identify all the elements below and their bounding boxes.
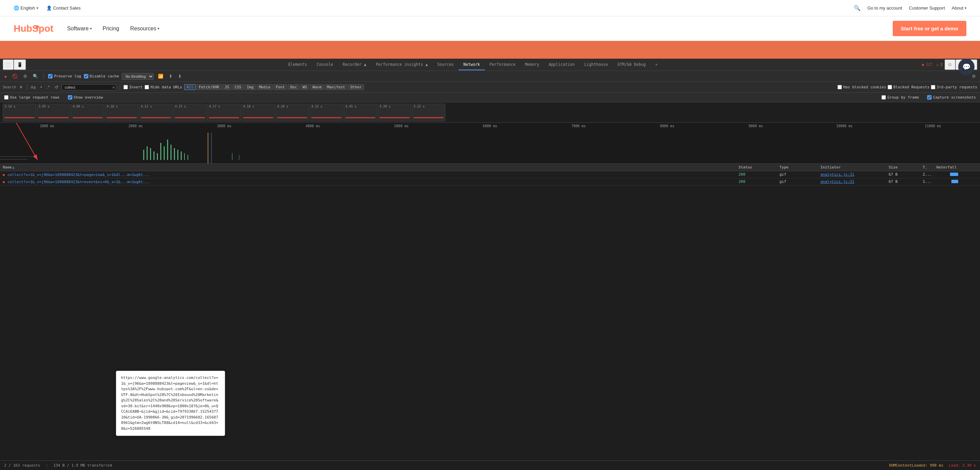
clear-btn[interactable]: 🚫 [11,73,19,80]
device-icon[interactable]: 📱 [14,59,26,70]
timeline-thumb-8[interactable]: 4.18 s [242,104,275,121]
timeline-thumb-13[interactable]: 5.22 s [412,104,445,121]
timeline-thumb-4[interactable]: 4.10 s [105,104,138,121]
upload-icon[interactable]: ⬆ [167,73,174,80]
timeline-thumb-9[interactable]: 4.20 s [275,104,309,121]
filter-img[interactable]: Img [245,84,256,90]
customer-support-link[interactable]: Customer Support [909,5,945,11]
software-nav-link[interactable]: Software ▾ [67,25,92,32]
header-waterfall[interactable]: Waterfall [936,165,977,169]
tab-elements[interactable]: Elements [283,59,312,70]
filter-font[interactable]: Font [274,84,288,90]
preserve-log-checkbox[interactable]: Preserve log [48,74,81,78]
settings-icon[interactable]: ⚙ [945,59,955,70]
filter-manifest[interactable]: Manifest [325,84,347,90]
refresh-icon[interactable]: ↺ [53,84,60,91]
chat-bubble[interactable]: 💬 [958,59,975,75]
show-overview-input[interactable] [68,95,72,100]
header-name[interactable]: Name ▲ [3,165,738,169]
tab-performance[interactable]: Performance [485,59,520,70]
dot-icon[interactable]: • [39,84,43,91]
tab-application[interactable]: Application [544,59,579,70]
throttle-select[interactable]: No throttling [122,73,154,80]
timeline-thumb-7[interactable]: 4.17 s [207,104,241,121]
filter-ws[interactable]: WS [300,84,309,90]
timeline-thumb-1[interactable]: 3.14 s [3,104,36,121]
tab-recorder[interactable]: Recorder ▲ [338,59,371,70]
close-search-btn[interactable]: ✕ [18,84,24,91]
timeline-thumb-2[interactable]: 3.95 s [37,104,70,121]
hide-data-urls-input[interactable] [145,85,149,89]
pricing-nav-link[interactable]: Pricing [103,25,119,32]
offline-icon[interactable]: 📶 [156,73,165,80]
tab-performance-insights[interactable]: Performance insights ▲ [371,59,433,70]
tab-gtm-ga-debug[interactable]: GTM/GA Debug [613,59,651,70]
about-link[interactable]: About ▾ [952,5,966,11]
header-initiator[interactable]: Initiator [821,165,889,169]
timeline-thumb-12[interactable]: 5.20 s [378,104,411,121]
download-icon[interactable]: ⬇ [177,73,183,80]
filter-wasm[interactable]: Wasm [310,84,324,90]
contact-sales-link[interactable]: 👤 Contact Sales [46,5,81,11]
record-btn[interactable]: ● [3,73,8,80]
header-type[interactable]: Type [780,165,821,169]
timeline-thumb-6[interactable]: 4.15 s [173,104,207,121]
capture-screenshots-input[interactable] [927,95,932,100]
filter-fetch-xhr[interactable]: Fetch/XHR [196,84,222,90]
timeline-thumb-5[interactable]: 4.12 s [139,104,173,121]
third-party-input[interactable] [931,85,935,89]
filter-doc[interactable]: Doc [288,84,299,90]
filter-js[interactable]: JS [222,84,232,90]
header-time[interactable]: T. [923,165,936,169]
settings-gear-icon[interactable]: ⚙ [970,73,977,80]
blocked-requests-input[interactable] [888,85,892,89]
filter-other[interactable]: Other [348,84,364,90]
group-by-frame-checkbox[interactable]: Group by frame [881,95,919,100]
tab-memory[interactable]: Memory [520,59,544,70]
table-row[interactable]: collect?v=1&_v=j96&a=1098888423&t=event&… [0,178,980,186]
filter-all[interactable]: All [184,84,196,90]
tab-sources[interactable]: Sources [433,59,459,70]
hide-data-urls-checkbox[interactable]: Hide data URLs [145,85,182,89]
header-status[interactable]: Status [738,165,780,169]
blocked-requests-checkbox[interactable]: Blocked Requests [888,85,929,89]
go-to-account-link[interactable]: Go to my account [867,5,902,11]
table-row[interactable]: collect?v=1&_v=j96&a=1098888423&t=pagevi… [0,171,980,178]
invert-input[interactable] [123,85,128,89]
inspect-icon[interactable]: ⬚ [3,59,14,70]
capture-screenshots-checkbox[interactable]: Capture screenshots [927,95,976,100]
cta-button[interactable]: Start free or get a demo [893,21,966,36]
tab-more[interactable]: » [651,59,663,70]
header-size[interactable]: Size [889,165,923,169]
search-input[interactable] [62,84,116,91]
search-clear-icon[interactable]: ✕ [112,85,115,90]
font-size-icon[interactable]: Aa [29,84,37,91]
large-rows-checkbox[interactable]: Use large request rows [4,95,60,100]
language-selector[interactable]: 🌐 English ▾ [14,5,38,11]
resources-nav-link[interactable]: Resources ▾ [130,25,159,32]
regex-icon[interactable]: .* [45,84,51,91]
invert-checkbox[interactable]: Invert [123,85,143,89]
filter-media[interactable]: Media [257,84,273,90]
timeline-thumb-11[interactable]: 4.45 s [344,104,377,121]
has-blocked-cookies-input[interactable] [837,85,842,89]
row1-initiator[interactable]: analytics.js:31 [821,172,889,177]
hubspot-logo[interactable]: HubSpot [14,23,54,34]
preserve-log-input[interactable] [48,74,52,78]
filter-icon[interactable]: ⚙ [22,73,29,80]
third-party-checkbox[interactable]: 3rd-party requests [931,85,977,89]
tab-network[interactable]: Network [459,59,485,70]
search-icon[interactable]: 🔍 [854,5,861,11]
tab-console[interactable]: Console [312,59,338,70]
large-rows-input[interactable] [4,95,8,100]
show-overview-checkbox[interactable]: Show overview [68,95,103,100]
has-blocked-cookies-checkbox[interactable]: Has blocked cookies [837,85,886,89]
filter-css[interactable]: CSS [232,84,244,90]
row2-initiator[interactable]: analytics.js:31 [821,179,889,184]
group-by-frame-input[interactable] [881,95,886,100]
tab-lighthouse[interactable]: Lighthouse [579,59,612,70]
timeline-thumb-10[interactable]: 4.22 s [310,104,343,121]
disable-cache-input[interactable] [84,74,88,78]
search-btn[interactable]: 🔍 [31,73,40,80]
timeline-thumb-3[interactable]: 4.00 s [71,104,104,121]
